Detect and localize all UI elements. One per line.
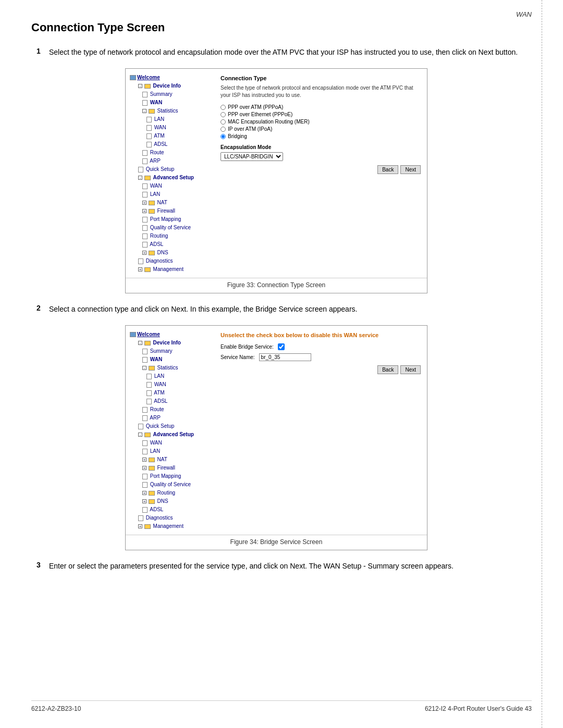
nav-adv-fw-2[interactable]: + Firewall — [130, 464, 213, 472]
nav-adsl-1[interactable]: ADSL — [130, 140, 213, 149]
nav-summary-1[interactable]: Summary — [130, 90, 213, 98]
nav-welcome-1[interactable]: Welcome — [130, 73, 213, 82]
expand-advsetup-1[interactable]: - — [138, 176, 142, 180]
doc-icon-adsl2-1 — [142, 242, 148, 248]
encap-select-1[interactable]: LLC/SNAP-BRIDGING — [221, 152, 283, 161]
next-button-1[interactable]: Next — [400, 165, 421, 174]
radio-pppoe-input[interactable] — [221, 112, 226, 117]
expand-dns-2[interactable]: + — [142, 499, 146, 503]
nav-adv-dns-1[interactable]: + DNS — [130, 249, 213, 257]
nav-adv-lan-2[interactable]: LAN — [130, 447, 213, 455]
expand-device-info-1[interactable]: - — [138, 84, 142, 88]
radio-ipoa-input[interactable] — [221, 127, 226, 132]
back-button-1[interactable]: Back — [377, 165, 398, 174]
doc-icon-wan2-1 — [146, 125, 152, 131]
step-3-number: 3 — [36, 561, 49, 572]
folder-icon-stats-2 — [149, 366, 155, 371]
nav-adv-routing-1[interactable]: Routing — [130, 232, 213, 240]
doc-icon-atm-2 — [146, 390, 152, 396]
radio-pppoa[interactable]: PPP over ATM (PPPoA) — [221, 104, 421, 110]
nav-welcome-2[interactable]: Welcome — [130, 330, 213, 339]
nav-mgmt-1[interactable]: + Management — [130, 265, 213, 274]
nav-quicksetup-1[interactable]: Quick Setup — [130, 165, 213, 174]
nav-advsetup-2[interactable]: - Advanced Setup — [130, 430, 213, 439]
radio-pppoa-input[interactable] — [221, 105, 226, 110]
nav-adsl-2[interactable]: ADSL — [130, 397, 213, 405]
nav-wan-1[interactable]: WAN — [130, 98, 213, 107]
expand-statistics-2[interactable]: - — [142, 366, 146, 370]
doc-icon-summary-1 — [142, 92, 148, 97]
expand-statistics-1[interactable]: - — [142, 109, 146, 113]
enable-bridge-label: Enable Bridge Service: — [221, 344, 274, 350]
nav-adv-lan-1[interactable]: LAN — [130, 190, 213, 199]
nav-route-1[interactable]: Route — [130, 149, 213, 157]
nav-adv-portmap-2[interactable]: Port Mapping — [130, 472, 213, 480]
folder-icon-nat-1 — [149, 201, 155, 205]
nav-adv-wan-1[interactable]: WAN — [130, 182, 213, 190]
nav-adv-adsl-2[interactable]: ADSL — [130, 505, 213, 514]
expand-fw-1[interactable]: + — [142, 209, 146, 213]
nav-atm-2[interactable]: ATM — [130, 389, 213, 397]
doc-icon-route-1 — [142, 150, 148, 156]
enable-bridge-checkbox[interactable] — [278, 343, 285, 350]
radio-bridging-input[interactable] — [221, 134, 226, 139]
expand-mgmt-2[interactable]: + — [138, 524, 142, 528]
folder-icon-fw-2 — [149, 466, 155, 471]
nav-adv-adsl-1[interactable]: ADSL — [130, 240, 213, 249]
nav-lan-2[interactable]: LAN — [130, 372, 213, 380]
nav-diag-2[interactable]: Diagnostics — [130, 514, 213, 522]
doc-icon-adv-wan-2 — [142, 440, 148, 446]
nav-adv-nat-1[interactable]: + NAT — [130, 199, 213, 207]
nav-statistics-2[interactable]: - Statistics — [130, 364, 213, 372]
nav-device-info-1[interactable]: - Device Info — [130, 82, 213, 90]
radio-mer[interactable]: MAC Encapsulation Routing (MER) — [221, 119, 421, 125]
back-button-2[interactable]: Back — [377, 365, 398, 374]
nav-lan-1[interactable]: LAN — [130, 115, 213, 124]
nav-atm-1[interactable]: ATM — [130, 132, 213, 140]
expand-nat-1[interactable]: + — [142, 201, 146, 205]
nav-device-info-2[interactable]: - Device Info — [130, 339, 213, 347]
next-button-2[interactable]: Next — [400, 365, 421, 374]
nav-adv-routing-2[interactable]: + Routing — [130, 489, 213, 497]
nav-wan3-2[interactable]: WAN — [130, 380, 213, 389]
nav-arp-2[interactable]: ARP — [130, 414, 213, 422]
nav-adv-portmap-1[interactable]: Port Mapping — [130, 215, 213, 224]
doc-icon-pm-1 — [142, 217, 148, 223]
expand-dns-1[interactable]: + — [142, 251, 146, 255]
nav-adv-wan-2[interactable]: WAN — [130, 439, 213, 447]
page-title: Connection Type Screen — [31, 21, 521, 34]
nav-mgmt-2[interactable]: + Management — [130, 522, 213, 530]
step-2-number: 2 — [36, 304, 49, 315]
nav-adv-nat-2[interactable]: + NAT — [130, 455, 213, 464]
nav-wan-2[interactable]: WAN — [130, 355, 213, 364]
expand-routing-2[interactable]: + — [142, 491, 146, 495]
nav-diag-1[interactable]: Diagnostics — [130, 257, 213, 265]
expand-nat-2[interactable]: + — [142, 458, 146, 462]
nav-adv-qos-2[interactable]: Quality of Service — [130, 480, 213, 489]
nav-adv-fw-1[interactable]: + Firewall — [130, 207, 213, 215]
expand-fw-2[interactable]: + — [142, 466, 146, 470]
nav-advsetup-1[interactable]: - Advanced Setup — [130, 174, 213, 182]
doc-icon-qos-2 — [142, 482, 148, 488]
nav-wan2-1[interactable]: WAN — [130, 124, 213, 132]
figure-2-inner: Welcome - Device Info Summary WAN — [126, 326, 427, 535]
nav-quicksetup-2[interactable]: Quick Setup — [130, 422, 213, 430]
nav-arp-1[interactable]: ARP — [130, 157, 213, 165]
radio-mer-input[interactable] — [221, 119, 226, 125]
doc-icon-diag-1 — [138, 258, 143, 264]
nav-adv-qos-1[interactable]: Quality of Service — [130, 224, 213, 232]
service-name-input[interactable] — [259, 353, 311, 361]
nav-route-2[interactable]: Route — [130, 405, 213, 414]
figure-1-container: Welcome - Device Info Summary WAN — [125, 68, 427, 293]
nav-adv-dns-2[interactable]: + DNS — [130, 497, 213, 505]
doc-icon-lan-1 — [146, 117, 152, 122]
nav-statistics-1[interactable]: - Statistics — [130, 107, 213, 115]
expand-mgmt-1[interactable]: + — [138, 267, 142, 272]
expand-advsetup-2[interactable]: - — [138, 433, 142, 437]
radio-ipoa[interactable]: IP over ATM (IPoA) — [221, 126, 421, 132]
radio-bridging[interactable]: Bridging — [221, 133, 421, 139]
doc-icon-adsl2-2 — [142, 507, 148, 513]
expand-device-info-2[interactable]: - — [138, 341, 142, 345]
nav-summary-2[interactable]: Summary — [130, 347, 213, 355]
radio-pppoe[interactable]: PPP over Ethernet (PPPoE) — [221, 112, 421, 117]
